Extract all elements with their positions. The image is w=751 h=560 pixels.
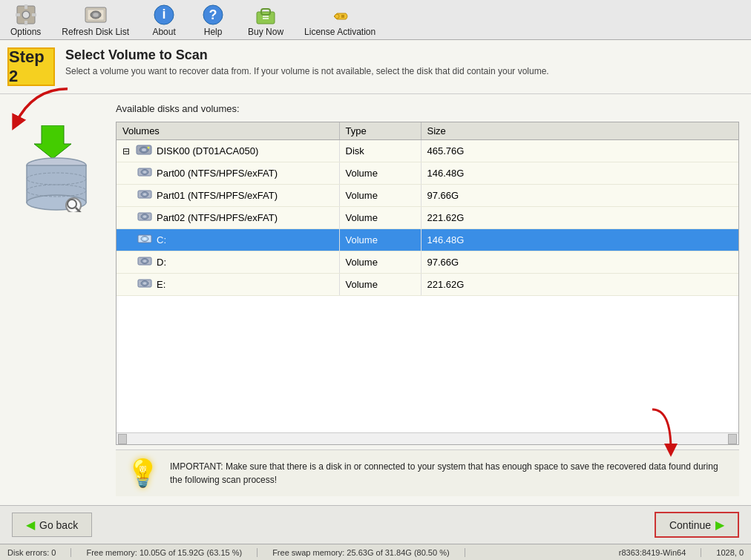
table-row[interactable]: Part00 (NTFS/HPFS/exFAT)Volume146.48G [117,162,738,185]
scroll-area[interactable]: ⊟ DISK00 (DT01ACA050)Disk465.76G Part00 … [117,140,738,432]
volume-name-text: Part02 (NTFS/HPFS/exFAT) [157,212,278,223]
cell-volume-name: C: [117,229,339,251]
refresh-icon [84,3,108,27]
go-back-label: Go back [39,519,78,531]
main-content: Step 2 Select Volume to Scan Select a vo… [0,40,751,544]
volume-icon [137,165,152,181]
svg-point-9 [93,13,99,17]
table-row[interactable]: ⊟ DISK00 (DT01ACA050)Disk465.76G [117,140,738,162]
status-disk-errors: Disk errors: 0 [7,548,71,557]
table-row[interactable]: D:Volume97.66G [117,251,738,274]
cell-volume-name: Part00 (NTFS/HPFS/exFAT) [117,162,339,185]
status-free-memory: Free memory: 10.05G of 15.92G (63.15 %) [86,548,258,557]
cell-type: Volume [339,207,421,229]
volume-icon [137,277,152,292]
content-area: Available disks and volumes: Volumes Typ… [0,94,751,505]
db-illustration [19,125,94,222]
status-build: r8363:8419-Win64 [619,548,702,557]
database-icon [23,157,90,212]
notice-text: IMPORTANT: Make sure that there is a dis… [170,460,729,487]
svg-point-48 [143,260,147,263]
refresh-label: Refresh Disk List [62,27,129,37]
status-bar: Disk errors: 0 Free memory: 10.05G of 15… [0,544,751,560]
about-label: About [152,27,175,37]
continue-label: Continue [669,519,711,531]
step-subtitle: Select a volume you want to recover data… [65,66,739,76]
cell-size: 221.62G [421,207,738,229]
status-free-swap: Free swap memory: 25.63G of 31.84G (80.5… [272,548,465,557]
cell-volume-name: D: [117,251,339,274]
status-version: 1028, 0 [716,548,744,557]
right-panel: Available disks and volumes: Volumes Typ… [116,103,739,496]
notice-arrow-icon [626,406,678,458]
table-row[interactable]: E:Volume221.62G [117,274,738,296]
license-button[interactable]: License Activation [300,1,380,39]
svg-point-45 [143,237,147,240]
table-row[interactable]: C:Volume146.48G [117,229,738,251]
expand-icon[interactable]: ⊟ [122,146,130,157]
volume-name-text: Part01 (NTFS/HPFS/exFAT) [157,190,278,201]
svg-rect-3 [24,21,27,25]
cell-size: 97.66G [421,251,738,274]
cell-type: Disk [339,140,421,162]
refresh-button[interactable]: Refresh Disk List [57,1,134,39]
svg-point-18 [335,14,339,19]
continue-arrow-icon: ▶ [715,518,724,532]
options-button[interactable]: Options [6,1,45,39]
go-back-button[interactable]: ◀ Go back [12,513,92,537]
continue-button[interactable]: Continue ▶ [655,512,739,538]
svg-point-33 [148,147,150,149]
cell-size: 97.66G [421,185,738,207]
table-row[interactable]: Part02 (NTFS/HPFS/exFAT)Volume221.62G [117,207,738,229]
cell-type: Volume [339,162,421,185]
svg-rect-2 [24,4,27,9]
svg-point-1 [22,11,30,19]
illustration [12,103,101,496]
svg-point-32 [142,148,146,151]
step-header: Step 2 Select Volume to Scan Select a vo… [0,40,751,94]
cell-size: 146.48G [421,229,738,251]
volume-icon [137,210,152,225]
disk-table: Volumes Type Size [117,122,738,140]
step-title: Select Volume to Scan [65,47,739,63]
license-icon [328,3,352,27]
volume-name-text: Part00 (NTFS/HPFS/exFAT) [157,168,278,179]
toolbar: Options Refresh Disk List i About ? [0,0,751,40]
buy-button[interactable]: Buy Now [243,1,288,39]
disk-icon [136,143,152,159]
about-button[interactable]: i About [145,1,183,39]
svg-point-39 [143,193,147,196]
volume-icon [137,254,152,270]
options-icon [14,3,38,27]
buy-icon [254,3,278,27]
important-notice: 💡 IMPORTANT: Make sure that there is a d… [116,449,739,496]
options-label: Options [10,27,41,37]
cell-type: Volume [339,251,421,274]
svg-text:?: ? [209,7,217,22]
disk-table-body: ⊟ DISK00 (DT01ACA050)Disk465.76G Part00 … [117,140,738,296]
cell-type: Volume [339,229,421,251]
cell-volume-name: ⊟ DISK00 (DT01ACA050) [117,140,339,162]
col-header-type: Type [339,122,421,140]
download-arrow-icon [34,125,71,159]
volume-name-text: C: [157,234,166,246]
svg-rect-4 [16,13,20,16]
svg-point-51 [143,282,147,285]
cell-volume-name: Part02 (NTFS/HPFS/exFAT) [117,207,339,229]
cell-type: Volume [339,274,421,296]
svg-text:i: i [163,7,166,22]
step-title-area: Select Volume to Scan Select a volume yo… [65,47,739,76]
help-button[interactable]: ? Help [194,1,232,39]
bottom-bar: ◀ Go back Continue ▶ [0,505,751,544]
about-icon: i [152,3,176,27]
lightbulb-icon: 💡 [126,458,160,489]
table-row[interactable]: Part01 (NTFS/HPFS/exFAT)Volume97.66G [117,185,738,207]
volume-icon [137,188,152,203]
col-header-size: Size [421,122,738,140]
col-header-volumes: Volumes [117,122,339,140]
buy-label: Buy Now [248,27,283,37]
cell-size: 146.48G [421,162,738,185]
license-label: License Activation [304,27,376,37]
cell-size: 221.62G [421,274,738,296]
volume-name-text: E: [157,279,165,290]
